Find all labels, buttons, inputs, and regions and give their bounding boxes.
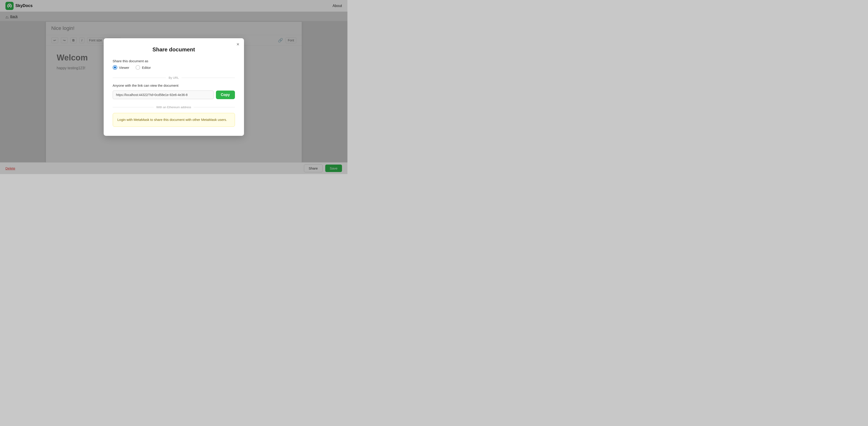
share-document-modal: Share document × Share this document as …: [104, 38, 244, 136]
share-role-options: Viewer Editor: [113, 65, 235, 70]
url-description: Anyone with the link can view the docume…: [113, 84, 235, 87]
modal-overlay[interactable]: Share document × Share this document as …: [0, 0, 347, 174]
divider-left: [113, 78, 166, 78]
modal-title: Share document: [113, 47, 235, 53]
by-url-divider-section: By URL: [113, 76, 235, 80]
url-copy-row: Copy: [113, 91, 235, 99]
url-input[interactable]: [113, 91, 214, 99]
copy-button[interactable]: Copy: [216, 91, 235, 99]
editor-radio-option[interactable]: Editor: [135, 65, 151, 70]
editor-label: Editor: [142, 66, 151, 69]
modal-close-button[interactable]: ×: [237, 42, 240, 47]
share-as-label: Share this document as: [113, 59, 235, 63]
viewer-radio-circle: [113, 65, 117, 70]
metamask-notice: Login with MetaMask to share this docume…: [113, 113, 235, 127]
ethereum-label: With an Ethereum address: [156, 105, 191, 109]
by-url-label: By URL: [168, 76, 179, 80]
viewer-radio-option[interactable]: Viewer: [113, 65, 129, 70]
ethereum-divider-section: With an Ethereum address: [113, 105, 235, 109]
viewer-label: Viewer: [119, 66, 129, 69]
editor-radio-circle: [135, 65, 140, 70]
divider-right: [182, 78, 235, 78]
